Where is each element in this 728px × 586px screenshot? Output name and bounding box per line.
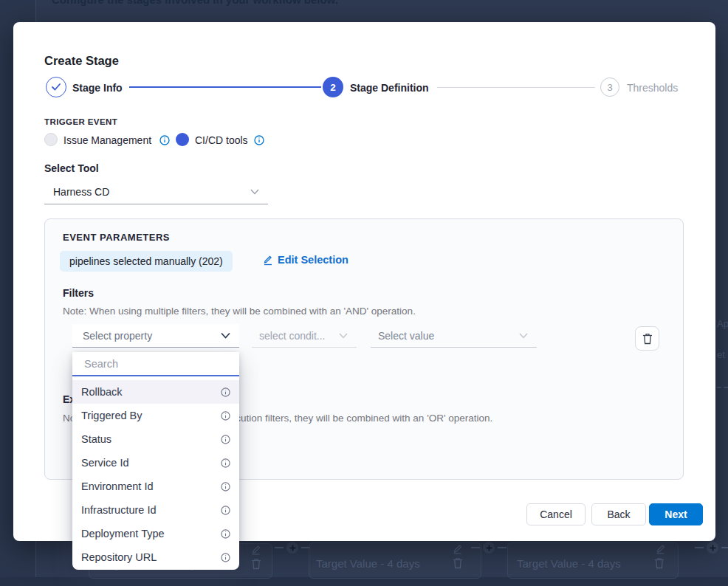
step-stage-definition-indicator[interactable]: 2: [323, 77, 343, 97]
dropdown-item-deployment-type[interactable]: Deployment Type: [72, 522, 239, 545]
info-icon[interactable]: [221, 387, 230, 397]
dropdown-item-label: Status: [81, 433, 111, 445]
event-parameters-title: EVENT PARAMETERS: [63, 232, 170, 243]
info-icon[interactable]: [221, 553, 230, 562]
radio-issue-management-label[interactable]: Issue Management: [63, 134, 151, 146]
dimmed-text-fragment: Ap: [717, 318, 728, 329]
create-stage-dialog: Create Stage Stage Info 2 Stage Definiti…: [13, 22, 715, 541]
dropdown-item-label: Rollback: [81, 386, 123, 398]
filters-note: Note: When using multiple filters, they …: [63, 306, 416, 317]
dimmed-text-fragment: et: [717, 349, 725, 360]
info-icon[interactable]: [221, 411, 230, 421]
step-number: 2: [330, 82, 336, 93]
dimmed-dash: [717, 387, 728, 388]
trash-icon: [251, 558, 261, 573]
search-input[interactable]: [83, 357, 229, 370]
connector-dash: [695, 547, 704, 548]
step-thresholds-label[interactable]: Thresholds: [627, 82, 678, 94]
trash-icon: [453, 557, 463, 572]
info-icon[interactable]: [221, 529, 230, 539]
step-stage-definition-label[interactable]: Stage Definition: [350, 82, 429, 94]
info-icon[interactable]: [221, 506, 230, 515]
filters-title: Filters: [63, 287, 94, 299]
next-button[interactable]: Next: [649, 503, 703, 525]
dropdown-item-label: Deployment Type: [81, 528, 165, 540]
value-select-placeholder: Select value: [378, 330, 434, 342]
step-thresholds-indicator[interactable]: 3: [600, 77, 619, 97]
connector-dash: [471, 547, 480, 548]
edit-icon: [655, 544, 666, 557]
connector-dash: [721, 547, 728, 548]
step-connector: [437, 87, 595, 88]
radio-cicd-tools[interactable]: [176, 133, 189, 146]
chevron-down-icon: [519, 333, 528, 339]
select-tool-label: Select Tool: [44, 162, 99, 174]
dropdown-list: Rollback Triggered By Status Service Id …: [72, 376, 239, 569]
dropdown-item-service-id[interactable]: Service Id: [72, 451, 239, 475]
dropdown-item-label: Service Id: [81, 457, 128, 469]
radio-issue-management[interactable]: [44, 133, 58, 146]
value-select[interactable]: Select value: [371, 324, 537, 348]
dialog-title: Create Stage: [44, 54, 119, 68]
trash-icon: [642, 333, 653, 345]
add-stage-button: [286, 542, 298, 554]
info-icon[interactable]: [221, 435, 230, 444]
condition-select-placeholder: select condit...: [259, 330, 326, 342]
tool-select-value: Harness CD: [53, 186, 109, 198]
edit-icon: [452, 544, 463, 557]
dropdown-item-label: Repository URL: [81, 551, 157, 563]
dropdown-item-triggered-by[interactable]: Triggered By: [72, 404, 239, 427]
dimmed-page-subtitle: Configure the stages involved in your wo…: [52, 0, 338, 6]
dropdown-item-rollback[interactable]: Rollback: [72, 380, 239, 404]
trigger-event-label: TRIGGER EVENT: [44, 117, 117, 126]
radio-cicd-tools-label[interactable]: CI/CD tools: [195, 134, 248, 146]
info-icon[interactable]: [221, 482, 230, 492]
step-number: 3: [607, 82, 612, 93]
dropdown-item-status[interactable]: Status: [72, 427, 239, 451]
dropdown-item-environment-id[interactable]: Environment Id: [72, 475, 239, 498]
selection-summary-pill: pipelines selected manually (202): [60, 251, 233, 272]
check-icon: [51, 83, 61, 92]
property-dropdown: Rollback Triggered By Status Service Id …: [72, 352, 239, 570]
stage-card-label: Target Value - 4 days: [517, 557, 621, 570]
step-stage-info-indicator[interactable]: [46, 77, 66, 97]
connector-dash: [275, 547, 284, 548]
info-icon[interactable]: [159, 135, 170, 145]
screen: Configure the stages involved in your wo…: [0, 0, 728, 586]
trash-icon: [654, 557, 665, 572]
edit-icon: [250, 545, 261, 558]
connector-dash: [498, 547, 506, 548]
chevron-down-icon: [339, 333, 348, 339]
add-stage-button: [707, 542, 718, 554]
dropdown-item-label: Triggered By: [81, 410, 142, 421]
dropdown-item-label: Infrastructure Id: [81, 504, 157, 516]
edit-icon: [262, 255, 273, 266]
property-select-placeholder: Select property: [83, 330, 152, 342]
tool-select[interactable]: Harness CD: [44, 180, 268, 204]
execution-filters-note-tail: xecution filters, they will be combined …: [225, 413, 492, 424]
info-icon[interactable]: [254, 135, 264, 145]
delete-filter-button[interactable]: [635, 326, 659, 351]
condition-select[interactable]: select condit...: [252, 324, 357, 348]
chevron-down-icon: [221, 332, 230, 339]
dropdown-item-repository-url[interactable]: Repository URL: [72, 545, 239, 569]
stage-card-label: Target Value - 4 days: [316, 557, 420, 570]
back-button[interactable]: Back: [591, 503, 646, 525]
edit-selection-link[interactable]: Edit Selection: [262, 254, 348, 266]
workflow-stage-card: Target Value - 4 days: [309, 542, 481, 579]
property-select[interactable]: Select property: [72, 324, 239, 348]
dropdown-search[interactable]: [72, 352, 239, 376]
chevron-down-icon: [250, 189, 259, 195]
edit-selection-label: Edit Selection: [278, 254, 348, 266]
cancel-button[interactable]: Cancel: [526, 503, 586, 525]
dropdown-item-infrastructure-id[interactable]: Infrastructure Id: [72, 498, 239, 522]
add-stage-button: [483, 542, 495, 554]
step-stage-info-label[interactable]: Stage Info: [72, 82, 123, 94]
step-connector: [129, 86, 321, 88]
workflow-stage-card: Target Value - 4 days: [507, 542, 679, 579]
dropdown-item-label: Environment Id: [81, 480, 154, 492]
info-icon[interactable]: [221, 458, 230, 468]
